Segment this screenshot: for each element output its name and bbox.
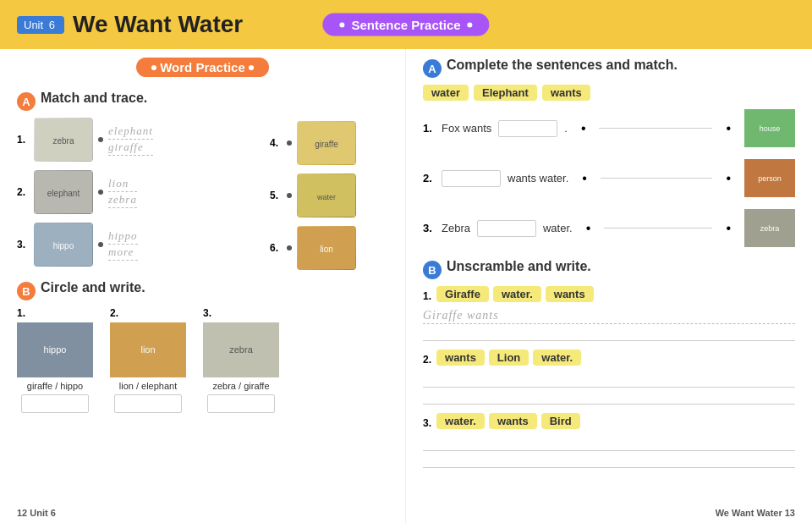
bullet-3b: •	[726, 221, 731, 236]
trace-giraffe: giraffe	[108, 140, 153, 156]
svg-text:person: person	[758, 174, 782, 183]
sentence-input-2[interactable]	[442, 170, 501, 187]
unscramble-num-3: 3.	[423, 417, 431, 429]
section-a-right-badge: A	[423, 59, 442, 78]
sentence-input-3[interactable]	[477, 220, 536, 237]
unscramble-write-line-3b	[423, 453, 795, 468]
match-item-2: 2. elephant lion zebra	[17, 170, 261, 214]
sentence-practice-badge: Sentence Practice	[322, 14, 489, 36]
cw-items-container: 1. hippo giraffe / hippo 2. lion lion / …	[17, 307, 388, 413]
unscramble-write-line-2a	[423, 372, 795, 388]
chip-water3: water.	[436, 413, 485, 429]
cw-input-1[interactable]	[21, 394, 89, 413]
match-item-4: 4. giraffe	[270, 121, 388, 165]
cw-input-3[interactable]	[207, 394, 275, 413]
svg-text:zebra: zebra	[229, 344, 253, 355]
chip-water: water	[423, 85, 469, 101]
trace-zebra: zebra	[108, 193, 137, 208]
chip-bird: Bird	[541, 413, 580, 429]
zebra-match-image: zebra	[744, 209, 795, 247]
trace-hippo: hippo	[108, 229, 138, 245]
sentence-text-2: wants water.	[508, 172, 568, 184]
sentence-input-1[interactable]	[498, 120, 557, 137]
cw-item-3: 3. zebra zebra / giraffe	[203, 307, 279, 413]
dot-6	[287, 245, 292, 250]
chip-wants: wants	[542, 85, 590, 101]
svg-text:hippo: hippo	[53, 241, 74, 250]
cw-input-2[interactable]	[114, 394, 182, 413]
svg-text:water: water	[316, 193, 336, 201]
item-num-2: 2.	[17, 186, 29, 198]
left-panel: Word Practice A Match and trace. 1. zebr…	[0, 49, 406, 523]
hippo-image: hippo	[34, 223, 93, 267]
unscramble-chips-1: Giraffe water. wants	[436, 286, 594, 302]
right-panel: A Complete the sentences and match. wate…	[406, 49, 812, 523]
sentence-item-3: 3. Zebra water. • • zebra	[423, 209, 795, 247]
dot-1	[98, 137, 103, 142]
word-practice-label: Word Practice	[160, 60, 245, 74]
unit-number: 6	[49, 19, 55, 31]
dot-2	[98, 190, 103, 195]
trace-words-col2: lion zebra	[108, 177, 137, 208]
svg-text:hippo: hippo	[44, 344, 67, 355]
svg-text:elephant: elephant	[47, 189, 80, 198]
cw-label-1: giraffe / hippo	[27, 381, 83, 391]
cw-item-2: 2. lion lion / elephant	[110, 307, 186, 413]
chip-water1: water.	[493, 286, 541, 302]
wp-dot-right	[249, 65, 254, 70]
footer-right: We Want Water 13	[716, 508, 795, 518]
complete-title: Complete the sentences and match.	[447, 58, 678, 73]
sentence-num-2: 2.	[423, 172, 435, 184]
svg-text:zebra: zebra	[52, 136, 74, 146]
complete-sentences-section: A Complete the sentences and match. wate…	[423, 58, 795, 247]
main-content: Word Practice A Match and trace. 1. zebr…	[0, 49, 812, 523]
dot-4	[287, 140, 292, 146]
unscramble-num-1: 1.	[423, 290, 431, 302]
unscramble-num-2: 2.	[423, 354, 431, 366]
sentence-text-3b: water.	[543, 222, 573, 234]
unscramble-title: Unscramble and write.	[447, 259, 591, 274]
chip-water2: water.	[533, 350, 581, 366]
item-num-3: 3.	[17, 239, 29, 250]
item-num-5: 5.	[270, 190, 282, 201]
unit-label: Unit	[24, 19, 43, 31]
page-title: We Want Water	[73, 11, 243, 38]
footer-left: 12 Unit 6	[17, 508, 56, 518]
unscramble-trace-1: Giraffe wants	[423, 309, 795, 324]
badge-dot-right	[468, 22, 473, 27]
item-num-1: 1.	[17, 134, 29, 146]
bullet-2a: •	[582, 171, 587, 186]
section-b-right-badge: B	[423, 261, 442, 279]
item-num-4: 4.	[270, 137, 282, 149]
match-item-6: 6. lion	[270, 226, 388, 270]
circle-write-section: B Circle and write. 1. hippo giraffe / h…	[17, 280, 388, 413]
circle-write-title: Circle and write.	[41, 280, 145, 295]
person-match-image: person	[744, 159, 795, 197]
chip-wants1: wants	[546, 286, 594, 302]
trace-elephant: elephant	[108, 124, 153, 140]
unscramble-chips-2: wants Lion water.	[436, 350, 581, 366]
svg-text:lion: lion	[320, 245, 333, 254]
chip-elephant: Elephant	[474, 85, 537, 101]
sentence-text-3a: Zebra	[442, 222, 470, 234]
page-header: Unit 6 We Want Water Sentence Practice	[0, 0, 812, 49]
unscramble-write-line-3a	[423, 436, 795, 451]
word-practice-badge: Word Practice	[136, 58, 269, 77]
cw-item-1: 1. hippo giraffe / hippo	[17, 307, 93, 413]
match-item-5: 5. water	[270, 173, 388, 217]
sentence-text-1a: Fox wants	[442, 122, 491, 135]
cw-label-2: lion / elephant	[119, 381, 178, 391]
svg-text:house: house	[760, 124, 781, 133]
giraffe-image: giraffe	[297, 121, 356, 165]
word-chips: water Elephant wants	[423, 85, 795, 101]
unscramble-item-3: 3. water. wants Bird	[423, 413, 795, 468]
bullet-1b: •	[726, 121, 731, 136]
wp-dot-left	[151, 65, 156, 70]
sentence-num-1: 1.	[423, 122, 435, 135]
svg-text:zebra: zebra	[760, 224, 780, 233]
unscramble-section: B Unscramble and write. 1. Giraffe water…	[423, 259, 795, 468]
match-item-3: 3. hippo hippo more	[17, 223, 261, 267]
dot-3	[98, 242, 103, 247]
dot-5	[287, 193, 292, 198]
trace-words-col1: elephant giraffe	[108, 124, 153, 156]
